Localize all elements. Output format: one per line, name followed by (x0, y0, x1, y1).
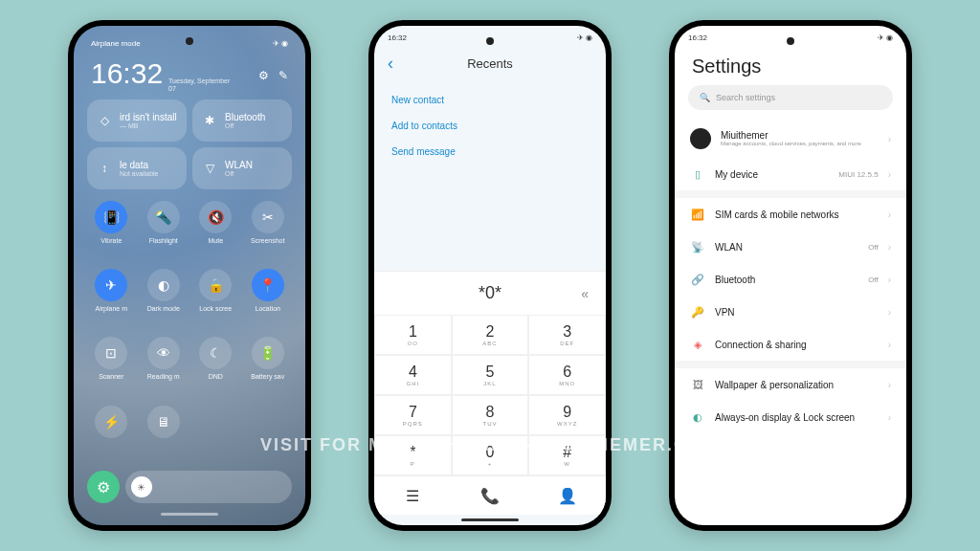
dialer-link[interactable]: Send message (391, 139, 589, 165)
key-2[interactable]: 2 ABC (452, 315, 529, 355)
key-7[interactable]: 7 PQRS (374, 395, 452, 435)
item-icon: 🔑 (690, 304, 705, 320)
toggle-label: Battery sav (251, 373, 284, 380)
menu-button[interactable]: ☰ (374, 476, 452, 515)
chevron-right-icon: › (888, 412, 891, 423)
device-item[interactable]: ▯ My device MIUI 12.5.5 › (675, 158, 906, 190)
toggle-DND[interactable]: ☾ DND (191, 337, 240, 397)
key-4[interactable]: 4 GHI (374, 355, 452, 395)
settings-item[interactable]: 🔗 Bluetooth Off › (675, 263, 906, 296)
item-icon: 🔗 (690, 272, 705, 287)
key-#[interactable]: # W (528, 435, 606, 475)
status-icons: ✈ ◉ (878, 33, 893, 42)
toggle-Dark mode[interactable]: ◐ Dark mode (140, 269, 189, 329)
edit-icon[interactable]: ✎ (278, 69, 288, 82)
tile-sub: Off (225, 170, 253, 177)
key-3[interactable]: 3 DEF (528, 315, 606, 355)
toggle-Vibrate[interactable]: 📳 Vibrate (87, 201, 136, 261)
key-5[interactable]: 5 JKL (452, 355, 529, 395)
key-9[interactable]: 9 WXYZ (528, 395, 606, 435)
key-8[interactable]: 8 TUV (452, 395, 529, 435)
tile-label: ird isn't install (120, 112, 177, 122)
toggle-icon: ◐ (147, 269, 180, 301)
quick-tile-0[interactable]: ◇ ird isn't install — MB (87, 99, 187, 142)
item-label: Connection & sharing (715, 340, 879, 350)
settings-item[interactable]: ◈ Connection & sharing › (675, 328, 906, 361)
account-item[interactable]: Miuithemer Manage accounts, cloud servic… (675, 120, 906, 158)
key-sub: GHI (407, 381, 420, 386)
key-sub: W (564, 461, 570, 467)
page-title: Settings (675, 46, 906, 85)
settings-item[interactable]: 📡 WLAN Off › (675, 231, 906, 263)
key-num: 6 (563, 364, 571, 381)
settings-item[interactable]: 🖼 Wallpaper & personalization › (675, 368, 906, 401)
chevron-right-icon: › (888, 134, 891, 144)
settings-button[interactable]: ⚙ (87, 471, 120, 503)
key-num: 2 (486, 323, 495, 341)
settings-item[interactable]: 🔑 VPN › (675, 296, 906, 328)
key-sub: DEF (560, 341, 574, 346)
gear-icon[interactable]: ⚙ (258, 69, 269, 82)
toggle-Screenshot[interactable]: ✂ Screenshot (244, 201, 293, 261)
toggle-icon: 🔇 (199, 201, 232, 233)
toggle-Reading m[interactable]: 👁 Reading m (140, 337, 189, 397)
chevron-right-icon: › (888, 209, 891, 220)
item-icon: 🖼 (690, 377, 705, 392)
item-icon: ◐ (690, 409, 705, 425)
toggle-label: Flashlight (149, 237, 178, 244)
key-*[interactable]: * P (374, 435, 452, 475)
dial-value: *0* (479, 283, 501, 303)
item-label: Wallpaper & personalization (715, 380, 879, 390)
device-icon: ▯ (690, 166, 705, 182)
quick-tile-1[interactable]: ✱ Bluetooth Off (192, 99, 292, 142)
key-num: * (410, 444, 415, 461)
toggle-Flashlight[interactable]: 🔦 Flashlight (140, 201, 189, 261)
toggle-Mute[interactable]: 🔇 Mute (191, 201, 240, 261)
date-day: Tuesday, September (168, 77, 230, 85)
quick-tile-2[interactable]: ↕ le data Not available (87, 147, 187, 189)
search-input[interactable]: 🔍 Search settings (688, 85, 893, 110)
key-num: # (563, 444, 571, 461)
dialer-link[interactable]: New contact (391, 87, 589, 113)
chevron-right-icon: › (888, 169, 891, 180)
status-bar: Airplane mode ✈ ◉ (83, 35, 296, 52)
dialer-link[interactable]: Add to contacts (391, 113, 589, 139)
key-num: 7 (409, 404, 417, 421)
key-num: 4 (409, 364, 417, 381)
key-1[interactable]: 1 OO (374, 315, 452, 355)
delete-button[interactable]: « (581, 286, 589, 301)
toggle-Airplane m[interactable]: ✈ Airplane m (87, 269, 136, 329)
status-bar: 16:32 ✈ ◉ (374, 26, 606, 46)
contacts-button[interactable]: 👤 (528, 476, 606, 515)
item-label: Always-on display & Lock screen (715, 412, 879, 423)
toggle-Battery sav[interactable]: 🔋 Battery sav (244, 337, 293, 397)
brightness-slider[interactable]: ☀ (125, 471, 292, 503)
settings-item[interactable]: ◐ Always-on display & Lock screen › (675, 401, 906, 433)
item-value: MIUI 12.5.5 (838, 170, 878, 179)
toggle-13[interactable]: 🖥 (140, 406, 189, 455)
key-6[interactable]: 6 MNO (528, 355, 606, 395)
toggle-icon: 🔦 (147, 201, 180, 233)
settings-item[interactable]: 📶 SIM cards & mobile networks › (675, 198, 906, 231)
toggle-12[interactable]: ⚡ (87, 406, 136, 455)
home-bar[interactable] (161, 513, 218, 516)
toggle-label: DND (209, 373, 223, 380)
status-time: 16:32 (688, 33, 707, 42)
toggle-label: Dark mode (147, 305, 180, 312)
chevron-right-icon: › (888, 340, 891, 350)
quick-tile-3[interactable]: ▽ WLAN Off (192, 147, 292, 189)
call-button[interactable]: 📞 (452, 476, 529, 515)
item-icon: 📶 (690, 207, 705, 222)
tile-label: Bluetooth (225, 112, 265, 122)
toggle-label: Location (256, 305, 280, 312)
toggle-Scanner[interactable]: ⊡ Scanner (87, 337, 136, 397)
home-bar[interactable] (461, 518, 519, 521)
dial-input: *0* « (374, 271, 606, 315)
toggle-Location[interactable]: 📍 Location (244, 269, 293, 329)
toggle-Lock scree[interactable]: 🔒 Lock scree (191, 269, 240, 329)
item-label: VPN (715, 307, 879, 318)
key-0[interactable]: 0 + (452, 435, 529, 475)
key-num: 3 (563, 323, 571, 341)
toggle-label: Screenshot (251, 237, 284, 244)
toggle-icon: ✈ (95, 269, 127, 301)
